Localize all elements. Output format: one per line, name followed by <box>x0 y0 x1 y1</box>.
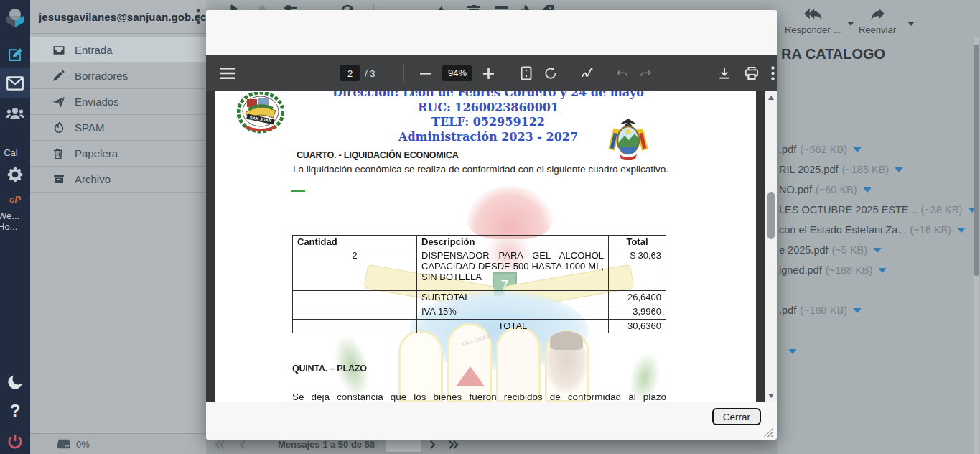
account-email: jesusgavilanes@sanjuan.gob.ec <box>39 11 206 23</box>
redo-icon[interactable] <box>638 67 653 80</box>
sidebar-item-borradores[interactable]: Borradores <box>30 63 206 89</box>
pdf-view-area: 7 SAN JUAN <box>206 91 777 402</box>
message-panel-scrollbar[interactable] <box>974 37 979 454</box>
pdf-toolbar-divider <box>508 63 508 83</box>
doc-address-line: Direccion: Leon de Febres Cordero y 24 d… <box>316 91 661 101</box>
attachment-menu-caret-icon[interactable] <box>853 308 862 313</box>
reply-all-icon <box>802 4 823 23</box>
attachment-item[interactable] <box>779 344 797 358</box>
zoom-in-icon[interactable] <box>483 68 494 79</box>
attachment-item[interactable]: LES OCTUBRE 2025 ESTE... (~38 KB) <box>779 203 976 217</box>
sanjuan-seal-image: SAN JUAN <box>237 92 284 134</box>
print-icon[interactable] <box>744 66 760 80</box>
doc-admin-line: Administración 2023 - 2027 <box>316 130 661 145</box>
attachment-menu-caret-icon[interactable] <box>895 167 903 172</box>
attachment-menu-caret-icon[interactable] <box>878 268 887 273</box>
sidebar-item-enviados[interactable]: Enviados <box>30 89 206 115</box>
table-cell-total-label: TOTAL <box>417 320 609 333</box>
pdf-page-input[interactable] <box>340 65 360 81</box>
attachment-menu-caret-icon[interactable] <box>873 248 882 253</box>
doc-liquidation-table: Cantidad Descripción Total 2 DISPENSADOR… <box>292 235 666 333</box>
account-menu-dots-icon[interactable] <box>196 9 200 24</box>
dark-mode-moon-icon[interactable] <box>0 372 30 392</box>
pdf-scrollbar[interactable] <box>765 91 777 402</box>
download-icon[interactable] <box>717 66 732 80</box>
attachment-item[interactable]: .pdf (~562 KB) <box>779 142 862 157</box>
send-icon <box>52 95 66 109</box>
table-cell-iva-value: 3,9960 <box>609 305 666 320</box>
attachment-menu-caret-icon[interactable] <box>788 349 797 354</box>
calendar-nav-label[interactable]: Cal <box>0 147 26 158</box>
pdf-toolbar: / 3 94% <box>206 55 777 91</box>
compose-button[interactable] <box>0 45 30 63</box>
rotate-icon[interactable] <box>543 66 558 80</box>
logout-power-icon[interactable] <box>0 432 30 452</box>
attachment-preview-dialog: / 3 94% <box>206 10 777 440</box>
webmail-home-label-line1[interactable]: We... <box>0 210 24 221</box>
folder-sidebar: jesusgavilanes@sanjuan.gob.ec Entrada Bo… <box>30 0 206 454</box>
help-icon[interactable]: ? <box>0 401 30 421</box>
reenviar-caret-icon[interactable] <box>907 22 915 26</box>
undo-icon[interactable] <box>615 67 630 80</box>
attachment-item[interactable]: con el Estado Estefani Za... (~16 KB) <box>779 223 966 237</box>
attachment-item[interactable]: RIL 2025.pdf (~185 KB) <box>779 162 903 177</box>
table-cell-subtotal-label: SUBTOTAL <box>417 291 609 305</box>
sidebar-item-papelera[interactable]: Papelera <box>30 141 206 167</box>
doc-section4-title: CUARTO. - LIQUIDACIÓN ECONOMICA <box>297 150 459 160</box>
pdf-scrollbar-thumb[interactable] <box>767 192 775 239</box>
attachment-menu-caret-icon[interactable] <box>863 187 872 193</box>
webmail-app: Responder ... Reenviar RA CATALOGO .pdf … <box>0 0 980 454</box>
mail-nav-icon[interactable] <box>0 74 30 93</box>
table-cell-desc: DISPENSADOR PARA GEL ALCOHOL CAPACIDAD D… <box>417 249 609 291</box>
reenviar-label: Reenviar <box>849 24 906 35</box>
pencil-icon <box>52 69 66 83</box>
pdf-page-total: / 3 <box>365 68 375 79</box>
table-cell-qty: 2 <box>293 249 417 291</box>
scroll-up-icon[interactable] <box>768 96 774 100</box>
sidebar-item-archivo[interactable]: Archivo <box>30 167 206 193</box>
pdf-menu-icon[interactable] <box>220 68 235 79</box>
sidebar-item-entrada[interactable]: Entrada <box>30 37 206 63</box>
attachment-menu-caret-icon[interactable] <box>957 228 966 233</box>
scroll-down-icon[interactable] <box>768 394 774 398</box>
settings-gear-icon[interactable] <box>0 165 30 185</box>
trash-icon <box>52 147 66 161</box>
fit-page-icon[interactable] <box>521 66 532 80</box>
annotate-pen-icon[interactable] <box>580 66 594 80</box>
pdf-toolbar-divider <box>403 63 404 83</box>
close-dialog-button[interactable]: Cerrar <box>712 408 761 425</box>
roundcube-logo[interactable] <box>0 4 30 30</box>
pdf-toolbar-divider <box>605 63 605 83</box>
scrollbar-thumb[interactable] <box>974 45 979 276</box>
app-rail: Cal cP We... Ho... ? <box>0 0 30 454</box>
fire-icon <box>52 121 66 135</box>
zoom-out-icon[interactable] <box>420 73 431 75</box>
responder-button[interactable]: Responder ... <box>777 4 849 35</box>
attachment-item[interactable]: igned.pdf (~188 KB) <box>779 263 887 277</box>
attachment-item[interactable]: e 2025.pdf (~5 KB) <box>779 243 882 257</box>
cpanel-nav-label[interactable]: cP <box>0 193 30 205</box>
attachment-menu-caret-icon[interactable] <box>853 147 862 152</box>
dialog-resize-handle[interactable] <box>764 427 773 437</box>
table-cell-subtotal-value: 26,6400 <box>609 291 666 305</box>
table-header-total: Total <box>609 236 666 249</box>
responder-label: Responder ... <box>777 24 849 35</box>
sidebar-item-spam[interactable]: SPAM <box>30 115 206 141</box>
storage-disk-icon <box>56 438 72 450</box>
pdf-zoom-level[interactable]: 94% <box>442 65 472 81</box>
webmail-home-label-line2[interactable]: Ho... <box>0 221 24 232</box>
quota-percent: 0% <box>76 439 90 450</box>
watermark-text: SAN JUAN <box>461 333 492 348</box>
attachment-item[interactable]: .pdf (~188 KB) <box>779 303 862 318</box>
doc-section4-body: La liquidación económica se realiza de c… <box>293 164 668 175</box>
pdf-more-options-icon[interactable] <box>771 66 775 80</box>
table-header-descripcion: Descripción <box>417 236 609 249</box>
reenviar-button[interactable]: Reenviar <box>849 4 906 35</box>
quota-indicator: 0% <box>30 433 206 454</box>
contacts-nav-icon[interactable] <box>0 103 30 124</box>
doc-ruc-line: RUC: 1260023860001 <box>316 101 661 116</box>
pdf-document-page: 7 SAN JUAN <box>215 91 756 402</box>
attachment-item[interactable]: NO.pdf (~60 KB) <box>779 182 872 197</box>
table-cell-iva-label: IVA 15% <box>417 305 609 320</box>
doc-green-dash <box>291 190 305 192</box>
